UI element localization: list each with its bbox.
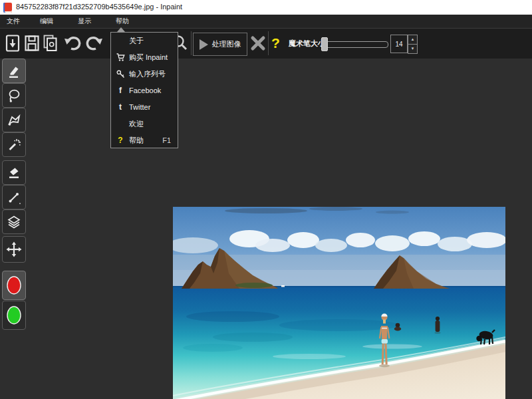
- polygon-lasso-icon: [7, 113, 21, 128]
- spin-down-button[interactable]: ▼: [408, 44, 418, 54]
- menu-item-enter-serial[interactable]: 输入序列号: [111, 66, 178, 82]
- lasso-icon: [7, 88, 21, 103]
- undo-button[interactable]: [63, 33, 82, 54]
- open-button[interactable]: [3, 33, 22, 54]
- menu-bar: 文件 编辑 显示 帮助: [0, 15, 532, 29]
- menu-item-facebook[interactable]: f Facebook: [111, 82, 178, 99]
- clear-selection-button[interactable]: [249, 33, 267, 54]
- window-title: 845752283f87f21d3252709b4535649e.jpg - I…: [16, 3, 182, 11]
- menu-item-twitter[interactable]: t Twitter: [111, 99, 178, 116]
- tool-mask-green[interactable]: [2, 301, 26, 330]
- magic-wand-icon: [7, 138, 21, 152]
- green-mask-icon: [5, 305, 23, 326]
- brush-size-slider[interactable]: [324, 41, 388, 48]
- line-icon: [7, 190, 21, 205]
- tool-line[interactable]: [2, 185, 26, 209]
- save-icon: [24, 35, 40, 52]
- dropdown-arrow: [117, 27, 125, 32]
- inpaint-window: 845752283f87f21d3252709b4535649e.jpg - I…: [0, 0, 532, 399]
- undo-icon: [63, 35, 82, 52]
- tool-magic-wand[interactable]: [2, 132, 26, 157]
- tool-eraser[interactable]: [2, 160, 26, 185]
- open-icon: [5, 35, 21, 52]
- menu-item-about[interactable]: 关于: [111, 33, 178, 49]
- move-icon: [6, 241, 22, 257]
- photo-beach-scene[interactable]: [173, 207, 505, 399]
- app-icon: [3, 3, 12, 13]
- key-icon: [115, 66, 126, 82]
- spin-up-button[interactable]: ▲: [408, 35, 418, 45]
- editor-canvas[interactable]: [30, 59, 532, 399]
- menu-file[interactable]: 文件: [0, 15, 27, 28]
- twitter-icon: t: [115, 99, 126, 116]
- toolbar-separator: [268, 31, 269, 55]
- brush-size-label: 魔术笔大小: [289, 39, 325, 49]
- menu-item-welcome[interactable]: 欢迎: [111, 116, 178, 132]
- menu-edit[interactable]: 编辑: [33, 15, 60, 28]
- menu-item-buy-inpaint[interactable]: 购买 Inpaint: [111, 49, 178, 66]
- toolbar-help-icon[interactable]: ?: [271, 35, 280, 52]
- tool-layers[interactable]: [2, 209, 26, 234]
- menu-view[interactable]: 显示: [71, 15, 98, 28]
- save-button[interactable]: [23, 33, 41, 54]
- eraser-icon: [7, 166, 21, 180]
- process-image-label: 处理图像: [212, 39, 241, 49]
- menu-item-help-shortcut: F1: [162, 132, 171, 149]
- redo-button[interactable]: [85, 33, 104, 54]
- toolbar: 处理图像 ? 魔术笔大小 ▲ ▼: [0, 29, 532, 59]
- show-original-button[interactable]: [41, 33, 60, 54]
- cart-icon: [115, 49, 126, 66]
- process-image-button[interactable]: 处理图像: [193, 33, 247, 56]
- menu-help[interactable]: 帮助: [109, 15, 136, 28]
- help-dropdown-menu: 关于 购买 Inpaint 输入序列号 f: [110, 32, 178, 148]
- x-icon: [250, 35, 266, 51]
- play-icon: [200, 39, 208, 50]
- brush-size-slider-thumb[interactable]: [321, 37, 328, 51]
- question-icon: ?: [115, 132, 126, 149]
- toolbar-separator: [191, 31, 192, 55]
- show-original-icon: [43, 35, 59, 52]
- tool-move[interactable]: [2, 236, 26, 263]
- marker-icon: [7, 64, 21, 78]
- brush-size-spinner: ▲ ▼: [408, 35, 416, 53]
- title-bar[interactable]: 845752283f87f21d3252709b4535649e.jpg - I…: [0, 0, 532, 15]
- redo-icon: [85, 35, 104, 52]
- menu-item-help[interactable]: ? 帮助 F1: [111, 132, 178, 149]
- red-mask-icon: [5, 275, 23, 296]
- tool-marker[interactable]: [2, 59, 26, 83]
- brush-size-input[interactable]: [390, 35, 408, 53]
- layers-icon: [7, 215, 21, 229]
- tool-mask-red[interactable]: [2, 271, 26, 300]
- tool-lasso[interactable]: [2, 83, 26, 108]
- tool-polygon-lasso[interactable]: [2, 108, 26, 132]
- facebook-icon: f: [115, 82, 126, 99]
